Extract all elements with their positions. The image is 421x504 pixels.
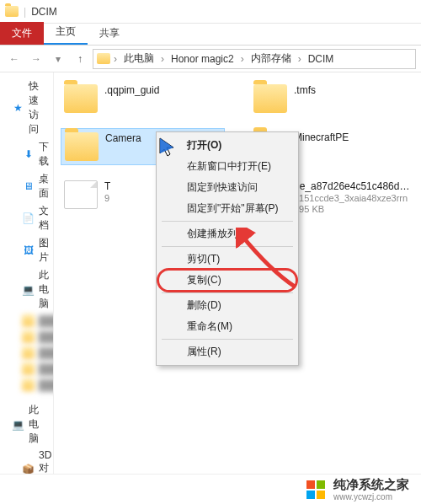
folder-icon <box>5 6 19 17</box>
breadcrumb-storage[interactable]: 内部存储 <box>248 51 295 66</box>
item-name: MinecraftPE <box>294 131 349 143</box>
history-dropdown[interactable]: ▾ <box>49 50 67 68</box>
tree-blurred[interactable]: ████ <box>2 329 51 345</box>
ribbon-tabs: 文件 主页 共享 <box>0 24 421 46</box>
item-name: .qqpim_guid <box>104 84 159 96</box>
address-bar[interactable]: › 此电脑 › Honor magic2 › 内部存储 › DCIM <box>93 49 416 69</box>
tree-label: 3D 对象 <box>39 449 51 474</box>
back-button[interactable]: ← <box>5 50 24 68</box>
item-name: .tmfs <box>294 84 316 96</box>
forward-button[interactable]: → <box>27 50 45 68</box>
item-name: de_a87d26e4c51c486db08 <box>294 180 411 192</box>
folder-icon <box>22 378 35 391</box>
folder-icon <box>22 330 35 343</box>
tree-desktop[interactable]: 🖥桌面📌 <box>2 170 51 202</box>
file-icon <box>64 180 98 209</box>
tree-thispc-root[interactable]: 💻此电脑 <box>2 401 51 448</box>
separator: | <box>24 6 26 18</box>
folder-item[interactable]: .tmfs <box>250 81 414 116</box>
tree-label: ████ <box>39 379 54 391</box>
cube-icon: 📦 <box>22 464 35 475</box>
folder-icon <box>97 53 110 64</box>
tree-label: ████ <box>39 331 54 343</box>
breadcrumb-thispc[interactable]: 此电脑 <box>120 51 157 66</box>
tab-home[interactable]: 主页 <box>44 20 88 45</box>
tree-label: ████ <box>39 315 54 327</box>
tree-label: ████ <box>39 347 54 359</box>
tree-label: 此电脑 <box>29 403 48 446</box>
tree-thispc[interactable]: 💻此电脑 <box>2 266 51 313</box>
pc-icon: 💻 <box>22 283 35 296</box>
chevron-right-icon: › <box>161 53 164 65</box>
annotation-arrow-icon <box>236 228 303 295</box>
desktop-icon: 🖥 <box>22 180 35 193</box>
folder-item[interactable]: .qqpim_guid <box>61 81 225 116</box>
window-title: DCIM <box>31 6 57 18</box>
tree-documents[interactable]: 📄文档📌 <box>2 202 51 234</box>
tree-label: 文档 <box>39 204 49 233</box>
tree-blurred[interactable]: ████ <box>2 313 51 329</box>
windows-logo-icon <box>306 480 325 499</box>
navigation-bar: ← → ▾ ↑ › 此电脑 › Honor magic2 › 内部存储 › DC… <box>0 46 421 72</box>
watermark-name: 纯净系统之家 <box>333 477 409 491</box>
tree-3d-objects[interactable]: 📦3D 对象 <box>2 448 51 474</box>
tree-blurred[interactable]: ████ <box>2 361 51 377</box>
folder-icon <box>65 132 99 161</box>
chevron-right-icon: › <box>114 53 117 65</box>
document-icon: 📄 <box>22 212 35 225</box>
tree-label: ████ <box>39 363 54 375</box>
tree-label: 快速访问 <box>29 79 48 137</box>
item-meta: 895 KB <box>294 204 411 214</box>
breadcrumb-device[interactable]: Honor magic2 <box>168 53 237 65</box>
breadcrumb-folder[interactable]: DCIM <box>305 53 338 65</box>
up-button[interactable]: ↑ <box>71 50 89 68</box>
tree-quick-access[interactable]: ★快速访问 <box>2 78 51 138</box>
item-meta: 9 <box>104 193 110 203</box>
menu-separator <box>162 339 293 340</box>
menu-pin-start[interactable]: 固定到"开始"屏幕(P) <box>158 198 296 219</box>
cursor-icon <box>158 137 177 158</box>
tree-label: 下载 <box>39 140 49 169</box>
navigation-tree: ★快速访问 ⬇下载📌 🖥桌面📌 📄文档📌 🖼图片📌 💻此电脑 ████ ████… <box>0 72 54 474</box>
tree-pictures[interactable]: 🖼图片📌 <box>2 234 51 266</box>
folder-icon <box>64 84 98 113</box>
picture-icon: 🖼 <box>22 244 35 257</box>
watermark-url: www.ycwzj.com <box>333 493 409 501</box>
menu-open[interactable]: 打开(O) <box>158 135 296 156</box>
star-icon: ★ <box>12 102 24 115</box>
tree-blurred[interactable]: ████ <box>2 345 51 361</box>
tree-label: 图片 <box>39 236 49 265</box>
tree-downloads[interactable]: ⬇下载📌 <box>2 138 51 170</box>
menu-rename[interactable]: 重命名(M) <box>158 316 296 337</box>
folder-icon <box>22 362 35 375</box>
chevron-right-icon: › <box>241 53 244 65</box>
folder-icon <box>22 314 35 327</box>
watermark: 纯净系统之家 www.ycwzj.com <box>0 474 421 504</box>
tab-share[interactable]: 共享 <box>88 22 131 45</box>
item-meta: 2151ccde3_3xaia48xze3rrn <box>294 193 411 203</box>
tree-blurred[interactable]: ████ <box>2 377 51 393</box>
item-name: T <box>104 180 110 192</box>
menu-delete[interactable]: 删除(D) <box>158 295 296 316</box>
menu-pin-quick-access[interactable]: 固定到快速访问 <box>158 177 296 198</box>
pc-icon: 💻 <box>12 418 24 431</box>
folder-icon <box>253 84 287 113</box>
download-icon: ⬇ <box>22 148 35 161</box>
menu-properties[interactable]: 属性(R) <box>158 341 296 362</box>
folder-icon <box>22 346 35 359</box>
menu-separator <box>162 221 293 222</box>
item-name: Camera <box>105 132 141 144</box>
chevron-right-icon: › <box>298 53 301 65</box>
tab-file[interactable]: 文件 <box>0 22 44 45</box>
tree-label: 桌面 <box>39 172 49 201</box>
tree-label: 此电脑 <box>39 268 49 311</box>
menu-open-new-window[interactable]: 在新窗口中打开(E) <box>158 156 296 177</box>
